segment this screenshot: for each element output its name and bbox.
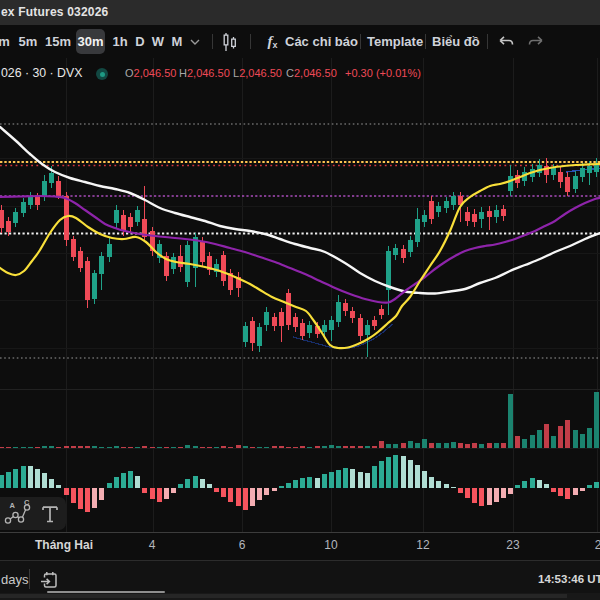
svg-text:A: A (10, 501, 16, 510)
svg-text:C: C (24, 498, 30, 507)
